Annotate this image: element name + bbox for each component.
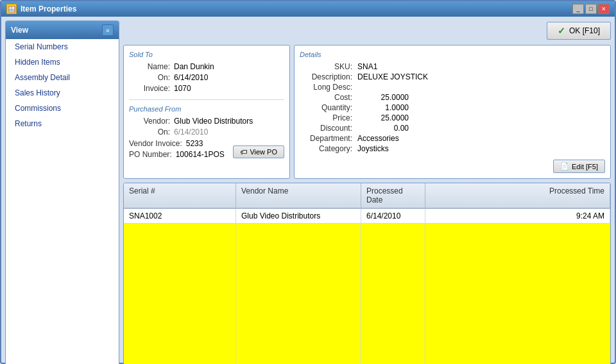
view-po-icon: 🏷	[240, 148, 247, 156]
edit-button[interactable]: 📄 Edit [F5]	[553, 160, 605, 173]
sold-to-on-row: On: 6/14/2010	[129, 73, 284, 82]
title-controls: _ □ ✕	[572, 4, 610, 14]
details-panel: Details SKU: SNA1 Description: DELUXE JO…	[294, 45, 611, 179]
discount-value: 0.00	[357, 124, 409, 133]
purchased-on-label: On:	[129, 128, 174, 136]
purchased-on-row: On: 6/14/2010	[129, 128, 284, 136]
sidebar-header-label: View	[11, 26, 28, 35]
description-label: Description:	[300, 72, 357, 81]
title-bar-left: 🪟 Item Properties	[6, 4, 76, 14]
ok-button-row: ✓ OK [F10]	[123, 21, 611, 41]
discount-row: Discount: 0.00	[300, 124, 605, 133]
cell-vendor: Glub Video Distributors	[236, 209, 361, 223]
cell-date: 6/14/2010	[361, 209, 425, 223]
view-po-label: View PO	[250, 148, 277, 156]
vendor-invoice-value: 5233	[186, 139, 203, 148]
cell-serial: SNA1002	[124, 209, 236, 223]
ok-button-label: OK [F10]	[569, 26, 600, 35]
sidebar-item-serial-numbers[interactable]: Serial Numbers	[6, 39, 119, 54]
cost-value: 25.0000	[357, 93, 409, 102]
details-grid: SKU: SNA1 Description: DELUXE JOYSTICK L…	[300, 62, 605, 153]
cell-time: 9:24 AM	[425, 209, 610, 223]
main-window: 🪟 Item Properties _ □ ✕ View « Serial Nu…	[0, 0, 616, 364]
vendor-label: Vendor:	[129, 117, 174, 126]
sold-to-name-label: Name:	[129, 62, 174, 71]
edit-button-label: Edit [F5]	[572, 163, 598, 170]
vendor-row: Vendor: Glub Video Distributors	[129, 117, 284, 126]
sold-to-on-value: 6/14/2010	[174, 73, 208, 82]
table-header: Serial # Vendor Name Processed Date Proc…	[124, 183, 610, 208]
po-number-value: 100614-1POS	[176, 150, 225, 159]
vendor-value: Glub Video Distributors	[174, 117, 253, 126]
title-bar: 🪟 Item Properties _ □ ✕	[1, 1, 615, 17]
department-label: Department:	[300, 134, 357, 143]
sidebar-item-sales-history[interactable]: Sales History	[6, 85, 119, 101]
sku-row: SKU: SNA1	[300, 62, 605, 71]
sidebar-item-returns[interactable]: Returns	[6, 116, 119, 131]
sold-to-invoice-label: Invoice:	[129, 84, 174, 93]
description-value: DELUXE JOYSTICK	[357, 72, 428, 81]
content-area: View « Serial Numbers Hidden Items Assem…	[1, 17, 615, 364]
vendor-invoice-label: Vendor Invoice:	[129, 139, 186, 148]
col-header-time: Processed Time	[425, 183, 610, 208]
po-number-row: PO Number: 100614-1POS	[129, 150, 225, 159]
discount-label: Discount:	[300, 124, 357, 133]
table-body: SNA1002 Glub Video Distributors 6/14/201…	[124, 209, 610, 364]
ok-check-icon: ✓	[558, 26, 565, 36]
quantity-row: Quantity: 1.0000	[300, 103, 605, 112]
maximize-button[interactable]: □	[585, 4, 597, 14]
price-value: 25.0000	[357, 113, 409, 122]
sidebar-item-commissions[interactable]: Commissions	[6, 101, 119, 116]
department-row: Department: Accessories	[300, 134, 605, 143]
sidebar-collapse-button[interactable]: «	[102, 24, 114, 36]
po-number-label: PO Number:	[129, 150, 176, 159]
sku-label: SKU:	[300, 62, 357, 71]
info-panels: Sold To Name: Dan Dunkin On: 6/14/2010 I…	[123, 45, 611, 179]
sold-to-name-row: Name: Dan Dunkin	[129, 62, 284, 71]
sidebar-item-hidden-items[interactable]: Hidden Items	[6, 54, 119, 70]
details-title: Details	[300, 51, 605, 58]
col-header-date: Processed Date	[361, 183, 425, 208]
col-header-serial: Serial #	[124, 183, 236, 208]
minimize-button[interactable]: _	[572, 4, 584, 14]
window-title: Item Properties	[21, 4, 76, 13]
category-label: Category:	[300, 144, 357, 153]
col-header-vendor: Vendor Name	[236, 183, 361, 208]
cost-label: Cost:	[300, 93, 357, 102]
sold-to-on-label: On:	[129, 73, 174, 82]
purchased-from-title: Purchased From	[129, 105, 284, 113]
sku-value: SNA1	[357, 62, 409, 71]
sidebar-header: View «	[6, 21, 119, 39]
quantity-value: 1.0000	[357, 103, 409, 112]
vendor-invoice-row: Vendor Invoice: 5233	[129, 139, 225, 148]
po-info: Vendor Invoice: 5233 PO Number: 100614-1…	[129, 139, 225, 161]
close-button[interactable]: ✕	[598, 4, 610, 14]
view-po-button[interactable]: 🏷 View PO	[233, 145, 284, 158]
long-desc-label: Long Desc:	[300, 83, 357, 92]
window-icon: 🪟	[6, 4, 17, 14]
edit-doc-icon: 📄	[560, 162, 569, 170]
purchased-from-section: Purchased From Vendor: Glub Video Distri…	[129, 99, 284, 161]
quantity-label: Quantity:	[300, 103, 357, 112]
sold-to-invoice-value: 1070	[174, 84, 191, 93]
sidebar-item-assembly-detail[interactable]: Assembly Detail	[6, 70, 119, 85]
main-content: ✓ OK [F10] Sold To Name: Dan Dunkin On: …	[123, 21, 611, 364]
description-row: Description: DELUXE JOYSTICK	[300, 72, 605, 81]
sold-to-invoice-row: Invoice: 1070	[129, 84, 284, 93]
category-row: Category: Joysticks	[300, 144, 605, 153]
po-row: Vendor Invoice: 5233 PO Number: 100614-1…	[129, 139, 284, 161]
long-desc-row: Long Desc:	[300, 83, 605, 92]
serial-table: Serial # Vendor Name Processed Date Proc…	[123, 183, 611, 364]
cost-row: Cost: 25.0000	[300, 93, 605, 102]
sold-to-name-value: Dan Dunkin	[174, 62, 214, 71]
sold-to-panel: Sold To Name: Dan Dunkin On: 6/14/2010 I…	[123, 45, 290, 179]
category-value: Joysticks	[357, 144, 409, 153]
department-value: Accessories	[357, 134, 409, 143]
purchased-on-value: 6/14/2010	[174, 128, 208, 136]
sidebar: View « Serial Numbers Hidden Items Assem…	[5, 21, 119, 364]
price-label: Price:	[300, 113, 357, 122]
table-row[interactable]: SNA1002 Glub Video Distributors 6/14/201…	[124, 209, 610, 224]
price-row: Price: 25.0000	[300, 113, 605, 122]
ok-button[interactable]: ✓ OK [F10]	[547, 22, 611, 40]
sold-to-title: Sold To	[129, 51, 284, 58]
